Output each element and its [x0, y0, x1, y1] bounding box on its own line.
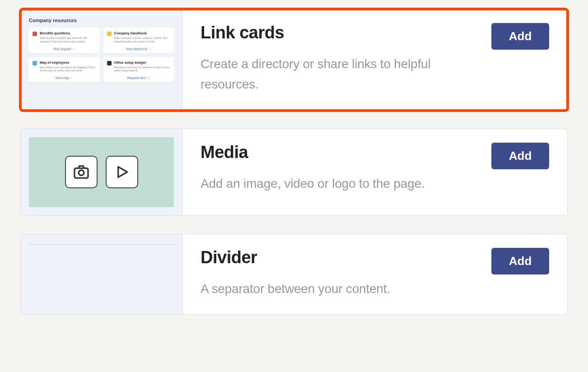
mock-card-title: Map of employees	[40, 60, 96, 65]
camera-icon	[65, 156, 98, 188]
mock-card: Company handbook View company mission, p…	[103, 28, 174, 53]
mock-heading: Company resources	[29, 18, 174, 23]
option-title: Media	[201, 143, 481, 162]
svg-point-1	[79, 170, 84, 176]
linkcards-mock: Company resources Benefits questions Wan…	[29, 18, 174, 82]
play-icon	[106, 156, 138, 188]
preview-media	[21, 129, 182, 215]
mock-card-icon	[33, 32, 37, 36]
mock-card-link: View map →	[33, 76, 96, 79]
option-divider: Divider A separator between your content…	[20, 234, 568, 315]
option-link-cards: Company resources Benefits questions Wan…	[20, 9, 568, 111]
preview-divider	[21, 234, 182, 315]
media-mock	[29, 137, 174, 207]
mock-card-desc: Request a new item to expense as part of…	[114, 66, 171, 73]
mock-card: Benefits questions Want to talk to peopl…	[29, 28, 100, 53]
add-button-media[interactable]: Add	[491, 143, 549, 169]
mock-card-link: Request item →	[107, 76, 171, 79]
mock-card-link: View handbook →	[107, 47, 171, 51]
mock-card-title: Office setup budget	[114, 60, 171, 65]
content-pane: Divider A separator between your content…	[182, 234, 567, 315]
mock-card-link: New request →	[33, 47, 96, 51]
option-media: Media Add an image, video or logo to the…	[20, 129, 568, 216]
mock-grid: Benefits questions Want to talk to peopl…	[29, 28, 174, 82]
mock-card-icon	[33, 61, 37, 65]
svg-marker-2	[118, 167, 127, 177]
content-pane: Media Add an image, video or logo to the…	[182, 129, 567, 215]
option-description: Add an image, video or logo to the page.	[201, 174, 481, 194]
divider-mock	[29, 242, 174, 245]
content-pane: Link cards Create a directory or share l…	[182, 9, 567, 110]
mock-card-desc: Want to talk to people ops about an HR q…	[40, 37, 96, 44]
mock-card-icon	[107, 32, 112, 36]
preview-link-cards: Company resources Benefits questions Wan…	[21, 9, 182, 110]
mock-card-desc: See where your coworkers are logging in …	[40, 66, 96, 73]
option-title: Divider	[201, 248, 481, 267]
mock-card-icon	[107, 61, 112, 65]
option-description: A separator between your content.	[201, 279, 481, 299]
add-button-link-cards[interactable]: Add	[491, 23, 549, 50]
mock-card-desc: View company mission, policies, values, …	[114, 37, 171, 44]
add-button-divider[interactable]: Add	[491, 248, 549, 274]
option-title: Link cards	[201, 23, 481, 42]
mock-card-title: Company handbook	[114, 31, 171, 35]
option-description: Create a directory or share links to hel…	[201, 54, 481, 95]
mock-card: Office setup budget Request a new item t…	[103, 57, 174, 83]
mock-card: Map of employees See where your coworker…	[29, 57, 100, 83]
mock-card-title: Benefits questions	[40, 31, 96, 35]
divider-line-icon	[29, 244, 174, 245]
